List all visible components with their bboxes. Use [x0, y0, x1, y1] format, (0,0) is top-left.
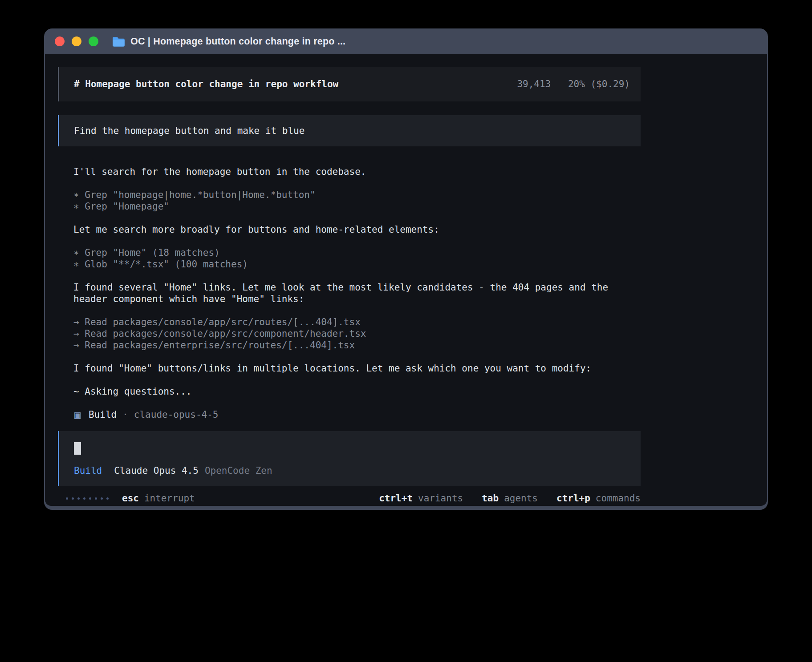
- transcript-paragraph: → Read packages/console/app/src/routes/[…: [73, 316, 641, 351]
- transcript-line: I found several "Home" links. Let me loo…: [73, 282, 641, 305]
- prompt-input[interactable]: Build Claude Opus 4.5 OpenCode Zen: [58, 431, 641, 486]
- prompt-meta: Build Claude Opus 4.5 OpenCode Zen: [74, 465, 626, 476]
- spinner-dot: [101, 497, 103, 500]
- spinner-dot: [106, 497, 109, 500]
- shortcut-key: ctrl+t: [379, 492, 413, 504]
- transcript-paragraph: I found "Home" buttons/links in multiple…: [73, 363, 641, 374]
- shortcut-label: variants: [418, 492, 463, 504]
- spinner-dots: [66, 497, 109, 500]
- transcript-paragraph: I'll search for the homepage button in t…: [73, 166, 641, 178]
- prompt-mode: Build: [74, 465, 102, 476]
- session-title: # Homepage button color change in repo w…: [74, 78, 338, 90]
- minimize-button[interactable]: [72, 36, 81, 46]
- transcript-line: Let me search more broadly for buttons a…: [73, 224, 641, 235]
- user-message: Find the homepage button and make it blu…: [58, 115, 641, 146]
- session-stats: 39,413 20% ($0.29): [517, 78, 630, 90]
- esc-label: interrupt: [144, 492, 195, 504]
- agent-icon: ▣: [73, 409, 81, 420]
- transcript-line: I'll search for the homepage button in t…: [73, 166, 641, 178]
- transcript-line: ∗ Grep "Home" (18 matches): [73, 247, 641, 258]
- title-group: OC | Homepage button color change in rep…: [113, 36, 345, 47]
- traffic-lights: [55, 36, 98, 46]
- user-message-text: Find the homepage button and make it blu…: [74, 125, 304, 137]
- transcript-paragraph: I found several "Home" links. Let me loo…: [73, 282, 641, 305]
- transcript: I'll search for the homepage button in t…: [58, 166, 641, 397]
- transcript-line: ∗ Grep "homepage|home.*button|Home.*butt…: [73, 189, 641, 201]
- close-button[interactable]: [55, 36, 65, 46]
- agent-name: Build: [89, 409, 117, 420]
- agent-status: ▣ Build · claude-opus-4-5: [58, 409, 641, 420]
- session-header: # Homepage button color change in repo w…: [58, 67, 641, 101]
- shortcut-hint: ctrl+pcommands: [556, 492, 641, 504]
- transcript-paragraph: Let me search more broadly for buttons a…: [73, 224, 641, 235]
- folder-icon: [113, 36, 125, 47]
- transcript-line: ∗ Glob "**/*.tsx" (100 matches): [73, 258, 641, 270]
- status-bar: esc interrupt ctrl+tvariantstabagentsctr…: [58, 492, 641, 504]
- spinner-dot: [89, 497, 91, 500]
- transcript-line: ∗ Grep "Homepage": [73, 201, 641, 212]
- spinner-dot: [95, 497, 97, 500]
- window-title: OC | Homepage button color change in rep…: [130, 36, 345, 47]
- transcript-line: → Read packages/enterprise/src/routes/[.…: [73, 339, 641, 351]
- prompt-model: Claude Opus 4.5: [114, 465, 199, 476]
- esc-key: esc: [122, 492, 139, 504]
- status-left: esc interrupt: [58, 492, 195, 504]
- spinner-dot: [77, 497, 80, 500]
- prompt-provider: OpenCode Zen: [205, 465, 272, 476]
- spinner-dot: [83, 497, 85, 500]
- agent-model: claude-opus-4-5: [134, 409, 219, 420]
- token-count: 39,413: [517, 79, 551, 89]
- terminal-content: # Homepage button color change in repo w…: [45, 54, 767, 506]
- transcript-paragraph: ∗ Grep "homepage|home.*button|Home.*butt…: [73, 189, 641, 212]
- transcript-paragraph: ~ Asking questions...: [73, 386, 641, 397]
- shortcut-key: ctrl+p: [556, 492, 590, 504]
- agent-separator: ·: [122, 409, 128, 420]
- zoom-button[interactable]: [89, 36, 98, 46]
- transcript-line: ~ Asking questions...: [73, 386, 641, 397]
- titlebar[interactable]: OC | Homepage button color change in rep…: [44, 28, 768, 54]
- transcript-paragraph: ∗ Grep "Home" (18 matches)∗ Glob "**/*.t…: [73, 247, 641, 270]
- shortcut-hint: tabagents: [482, 492, 538, 504]
- transcript-line: → Read packages/console/app/src/componen…: [73, 328, 641, 339]
- terminal-window: OC | Homepage button color change in rep…: [44, 28, 768, 510]
- transcript-line: I found "Home" buttons/links in multiple…: [73, 363, 641, 374]
- shortcut-label: agents: [504, 492, 538, 504]
- shortcut-label: commands: [596, 492, 641, 504]
- spinner-dot: [66, 497, 68, 500]
- text-cursor: [74, 442, 81, 455]
- transcript-line: → Read packages/console/app/src/routes/[…: [73, 316, 641, 328]
- context-cost: 20% ($0.29): [568, 79, 630, 89]
- shortcut-key: tab: [482, 492, 499, 504]
- status-shortcuts: ctrl+tvariantstabagentsctrl+pcommands: [379, 492, 641, 504]
- shortcut-hint: ctrl+tvariants: [379, 492, 463, 504]
- spinner-dot: [72, 497, 74, 500]
